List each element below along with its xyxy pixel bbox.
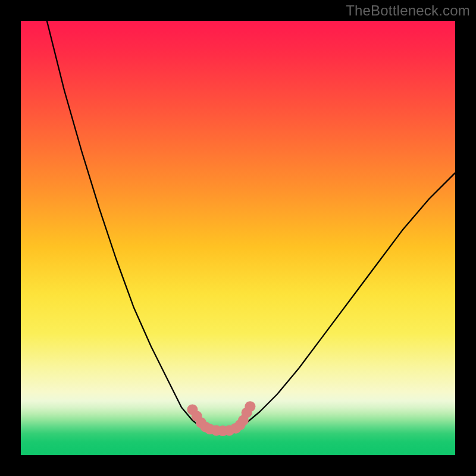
marker-dot [245,401,255,412]
attribution-label: TheBottleneck.com [346,2,470,19]
series-left-curve [47,21,210,429]
chart-container: TheBottleneck.com [0,0,476,476]
plot-area [21,21,455,455]
chart-overlay [21,21,455,455]
series-right-curve [238,173,455,430]
marker-dots [187,401,255,436]
curve-lines [47,21,455,431]
